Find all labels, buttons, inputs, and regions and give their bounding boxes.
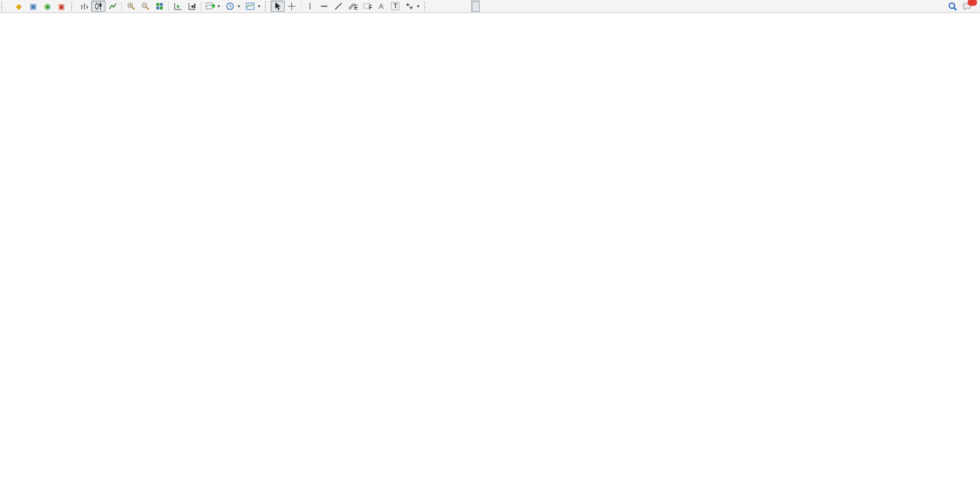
- chart-shift-icon: [187, 2, 197, 11]
- vertical-line-icon: [306, 2, 315, 11]
- timeframe-w1[interactable]: [488, 1, 496, 12]
- zoom-out-icon: [140, 2, 150, 11]
- metaeditor-button[interactable]: ◆: [12, 1, 26, 12]
- vertical-line-button[interactable]: [303, 1, 317, 12]
- timeframe-mn[interactable]: [496, 1, 505, 12]
- toolbar-grip[interactable]: [1, 2, 5, 11]
- fibonacci-icon: E: [348, 2, 358, 11]
- bar-chart-icon: [79, 2, 89, 11]
- timeframe-m30[interactable]: [455, 1, 463, 12]
- search-icon: [948, 2, 957, 11]
- timeframe-d1[interactable]: [480, 1, 488, 12]
- crosshair-button[interactable]: [285, 1, 299, 12]
- auto-scroll-button[interactable]: [171, 1, 185, 12]
- text-label-icon: T: [391, 2, 400, 11]
- chevron-down-icon: ▼: [416, 4, 420, 8]
- tile-windows-icon: [155, 2, 164, 11]
- signal-icon: ◉: [43, 2, 52, 11]
- indicators-button[interactable]: ▼: [203, 1, 223, 12]
- arrows-button[interactable]: ▼: [403, 1, 423, 12]
- toolbar-grip[interactable]: [71, 2, 75, 11]
- svg-text:F: F: [369, 4, 372, 11]
- chevron-down-icon: ▼: [217, 4, 221, 8]
- crosshair-icon: [287, 2, 297, 11]
- horizontal-line-icon: [320, 2, 329, 11]
- cursor-icon: [273, 2, 282, 11]
- horizontal-line-button[interactable]: [317, 1, 332, 12]
- fibonacci-button[interactable]: E: [346, 1, 360, 12]
- zoom-in-button[interactable]: [124, 1, 138, 12]
- chevron-down-icon: ▼: [257, 4, 261, 8]
- channel-button[interactable]: F: [360, 1, 374, 12]
- line-chart-button[interactable]: [105, 1, 120, 12]
- channel-icon: F: [362, 2, 372, 11]
- auto-trading-button[interactable]: ▣: [54, 1, 70, 12]
- notification-badge: [968, 0, 977, 6]
- monitor-icon: ▣: [28, 2, 38, 11]
- main-toolbar: ◆ ▣ ◉ ▣ ▼ ▼ ▼: [0, 0, 980, 13]
- text-button[interactable]: A: [374, 1, 388, 12]
- templates-button[interactable]: ▼: [243, 1, 264, 12]
- timeframe-m1[interactable]: [430, 1, 438, 12]
- bar-chart-button[interactable]: [77, 1, 91, 12]
- clock-icon: [226, 2, 235, 11]
- timeframe-m5[interactable]: [438, 1, 446, 12]
- toolbar-grip[interactable]: [265, 2, 268, 11]
- chart-title: [7, 16, 13, 23]
- timeframe-h1[interactable]: [463, 1, 471, 12]
- text-label-button[interactable]: T: [388, 1, 403, 12]
- zoom-out-button[interactable]: [138, 1, 152, 12]
- arrows-icon: [405, 2, 415, 11]
- svg-text:E: E: [354, 4, 358, 11]
- diamond-icon: ◆: [14, 2, 24, 11]
- search-button[interactable]: [946, 1, 960, 12]
- zoom-in-icon: [126, 2, 136, 11]
- toolbar-grip[interactable]: [424, 2, 428, 11]
- auto-scroll-icon: [173, 2, 182, 11]
- chart-shift-button[interactable]: [185, 1, 199, 12]
- timeframe-m15[interactable]: [446, 1, 455, 12]
- trendline-icon: [334, 2, 343, 11]
- periods-button[interactable]: ▼: [223, 1, 243, 12]
- signals-button[interactable]: ◉: [40, 1, 54, 12]
- chevron-down-icon: ▼: [237, 4, 241, 8]
- tile-windows-button[interactable]: [152, 1, 166, 12]
- cursor-button[interactable]: [271, 1, 285, 12]
- new-order-button[interactable]: [7, 1, 12, 12]
- templates-icon: [246, 2, 255, 11]
- candlestick-icon: [94, 2, 103, 11]
- line-chart-icon: [108, 2, 117, 11]
- chart-canvas[interactable]: [0, 0, 980, 489]
- chat-button[interactable]: [960, 1, 974, 12]
- timeframe-h4[interactable]: [471, 1, 480, 12]
- svg-text:T: T: [394, 2, 398, 9]
- candlestick-chart-button[interactable]: [91, 1, 105, 12]
- trendline-button[interactable]: [332, 1, 346, 12]
- text-icon: A: [377, 2, 386, 11]
- autotrading-robot-icon: ▣: [57, 2, 66, 11]
- indicators-icon: [205, 2, 215, 11]
- market-watch-button[interactable]: ▣: [26, 1, 40, 12]
